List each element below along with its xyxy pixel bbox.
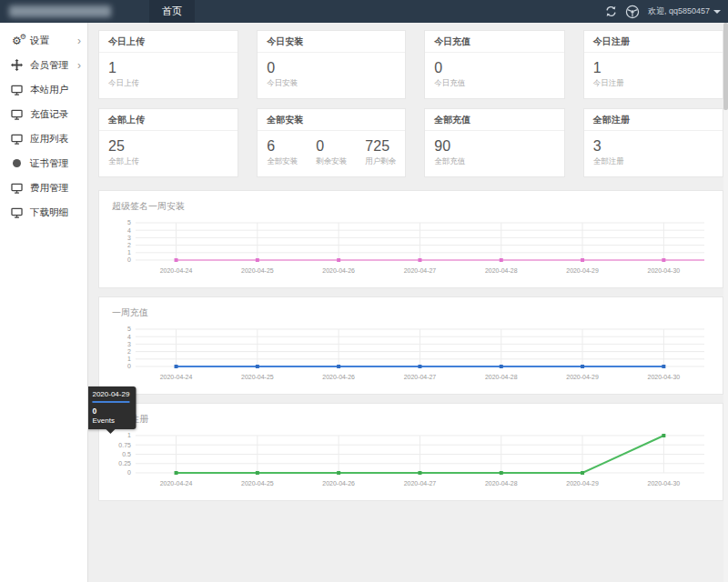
sidebar-item-4[interactable]: 应用列表 › xyxy=(0,126,87,151)
stat-card-body: 0今日安装 xyxy=(258,53,405,98)
move-icon xyxy=(11,59,23,71)
stat-cards: 今日上传 1今日上传 今日安装 0今日安装 今日充值 0今日充值 今日注册 1今… xyxy=(98,30,723,177)
stat-value: 6 xyxy=(267,138,298,155)
chevron-right-icon: › xyxy=(77,36,81,45)
monitor-icon xyxy=(11,85,23,95)
stat-value: 3 xyxy=(593,138,624,155)
stat-card: 今日充值 0今日充值 xyxy=(424,30,564,99)
svg-text:2020-04-28: 2020-04-28 xyxy=(485,374,518,380)
svg-text:2020-04-26: 2020-04-26 xyxy=(322,480,355,487)
svg-text:2020-04-24: 2020-04-24 xyxy=(160,374,193,380)
svg-text:2: 2 xyxy=(127,348,131,355)
main-content: 今日上传 1今日上传 今日安装 0今日安装 今日充值 0今日充值 今日注册 1今… xyxy=(88,23,728,582)
sidebar: ⚙ 设置 › 会员管理 › 本站用户 › 充值记录 › 应用列表 › 证书管理 … xyxy=(0,23,88,582)
chart-title: 一周注册 xyxy=(112,413,710,426)
sidebar-item-5[interactable]: 证书管理 › xyxy=(0,151,87,176)
svg-text:2020-04-27: 2020-04-27 xyxy=(404,480,437,487)
svg-text:2020-04-30: 2020-04-30 xyxy=(648,267,681,274)
stat-metric: 725用户剩余 xyxy=(365,138,396,167)
stat-metric: 0今日安装 xyxy=(267,60,298,89)
scrollbar-thumb[interactable] xyxy=(723,23,728,110)
stat-value: 0 xyxy=(267,60,298,76)
stat-metric: 25全部上传 xyxy=(108,138,139,167)
sidebar-item-label: 会员管理 xyxy=(30,59,71,72)
stat-card-body: 0今日充值 xyxy=(425,53,563,98)
sidebar-item-3[interactable]: 充值记录 › xyxy=(0,102,87,126)
stat-card-body: 6全部安装0剩余安装725用户剩余 xyxy=(258,131,405,176)
svg-text:2020-04-30: 2020-04-30 xyxy=(648,374,681,380)
stat-label: 今日注册 xyxy=(593,78,624,89)
sidebar-item-6[interactable]: 费用管理 › xyxy=(0,176,87,200)
sidebar-item-label: 费用管理 xyxy=(30,182,81,195)
svg-text:0.5: 0.5 xyxy=(122,451,131,457)
svg-text:4: 4 xyxy=(127,227,131,234)
stat-card-body: 25全部上传 xyxy=(99,131,238,176)
stat-metric: 6全部安装 xyxy=(267,138,298,167)
sidebar-item-label: 下载明细 xyxy=(30,206,81,219)
caret-down-icon xyxy=(713,10,721,14)
sidebar-item-7[interactable]: 下载明细 › xyxy=(0,200,87,225)
stat-metric: 0剩余安装 xyxy=(316,138,347,167)
svg-text:2020-04-25: 2020-04-25 xyxy=(241,374,274,380)
stat-value: 25 xyxy=(108,138,139,155)
stat-metric: 1今日上传 xyxy=(108,60,139,89)
monitor-icon xyxy=(11,207,23,218)
stat-metric: 3全部注册 xyxy=(593,138,624,167)
stat-card-title: 今日充值 xyxy=(425,31,563,53)
sidebar-item-label: 应用列表 xyxy=(30,133,81,146)
stat-card-title: 今日注册 xyxy=(584,31,723,53)
stat-card-body: 3全部注册 xyxy=(584,131,723,176)
gears-icon: ⚙ xyxy=(12,35,22,46)
svg-text:2020-04-28: 2020-04-28 xyxy=(485,267,518,274)
stat-label: 今日安装 xyxy=(267,78,298,89)
topbar-right: 欢迎, qq5850457 xyxy=(605,5,728,19)
chart-title: 超级签名一周安装 xyxy=(112,200,710,213)
stat-value: 725 xyxy=(365,138,396,155)
sidebar-item-0[interactable]: ⚙ 设置 › xyxy=(0,28,87,53)
line-chart: 0123452020-04-242020-04-252020-04-262020… xyxy=(112,220,710,280)
stat-card-title: 全部充值 xyxy=(425,109,563,131)
stat-label: 今日充值 xyxy=(434,78,465,89)
svg-text:2020-04-26: 2020-04-26 xyxy=(322,374,355,380)
stat-card-title: 今日上传 xyxy=(99,31,238,53)
stat-label: 全部上传 xyxy=(108,156,139,167)
sidebar-item-label: 本站用户 xyxy=(30,84,81,96)
stat-value: 1 xyxy=(108,60,139,76)
tab-home[interactable]: 首页 xyxy=(149,0,195,23)
stat-card: 全部充值 90全部充值 xyxy=(424,108,564,177)
stat-label: 剩余安装 xyxy=(316,156,347,167)
stat-label: 用户剩余 xyxy=(365,156,396,167)
sidebar-item-label: 充值记录 xyxy=(30,108,81,121)
monitor-icon xyxy=(11,183,23,194)
svg-text:2020-04-30: 2020-04-30 xyxy=(648,480,681,487)
stat-value: 1 xyxy=(593,60,624,76)
stat-card: 全部注册 3全部注册 xyxy=(583,108,723,177)
stat-label: 全部充值 xyxy=(434,156,465,167)
svg-text:5: 5 xyxy=(127,326,131,332)
svg-text:0.25: 0.25 xyxy=(118,460,131,467)
stat-value: 0 xyxy=(434,60,465,76)
sidebar-item-1[interactable]: 会员管理 › xyxy=(0,53,87,77)
chevron-right-icon: › xyxy=(77,61,81,70)
circle-icon xyxy=(13,159,21,167)
tooltip-value: 0 xyxy=(92,406,129,416)
refresh-icon[interactable] xyxy=(605,5,617,17)
topbar: 首页 欢迎, qq5850457 xyxy=(0,0,728,23)
sidebar-item-2[interactable]: 本站用户 › xyxy=(0,77,87,102)
svg-text:0: 0 xyxy=(127,363,131,369)
monitor-icon xyxy=(11,109,23,120)
scrollbar[interactable] xyxy=(723,23,728,582)
svg-text:2020-04-26: 2020-04-26 xyxy=(322,267,355,274)
user-menu[interactable]: 欢迎, qq5850457 xyxy=(648,5,721,17)
stat-card-body: 90全部充值 xyxy=(425,131,563,176)
svg-text:3: 3 xyxy=(127,341,131,347)
svg-text:2020-04-29: 2020-04-29 xyxy=(566,267,599,274)
svg-text:1: 1 xyxy=(127,356,131,362)
stat-card-title: 全部安装 xyxy=(258,109,405,131)
avatar-icon[interactable] xyxy=(625,5,640,19)
stat-value: 90 xyxy=(434,138,465,155)
stat-value: 0 xyxy=(316,138,347,155)
chart-title: 一周充值 xyxy=(112,306,710,319)
svg-text:4: 4 xyxy=(127,334,131,340)
stat-card-body: 1今日上传 xyxy=(99,53,238,98)
